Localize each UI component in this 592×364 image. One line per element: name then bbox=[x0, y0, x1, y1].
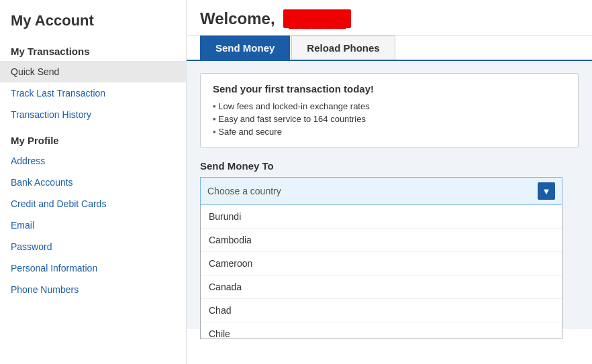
welcome-text: Welcome, bbox=[200, 9, 275, 27]
promo-box: Send your first transaction today! Low f… bbox=[200, 73, 579, 148]
country-item-chile[interactable]: Chile bbox=[201, 322, 562, 339]
sidebar-item-phone-numbers[interactable]: Phone Numbers bbox=[0, 279, 186, 300]
sidebar-item-address[interactable]: Address bbox=[0, 150, 186, 172]
promo-title: Send your first transaction today! bbox=[213, 83, 566, 95]
send-money-to-label: Send Money To bbox=[200, 160, 579, 172]
country-item-canada[interactable]: Canada bbox=[201, 276, 562, 299]
sidebar-item-transaction-history[interactable]: Transaction History bbox=[0, 104, 186, 125]
promo-item-3: Safe and secure bbox=[213, 125, 566, 138]
country-item-cambodia[interactable]: Cambodia bbox=[201, 229, 562, 252]
country-item-cameroon[interactable]: Cameroon bbox=[201, 252, 562, 276]
country-item-burundi[interactable]: Burundi bbox=[201, 205, 562, 229]
cameroon-arrow bbox=[234, 256, 301, 293]
sidebar-item-track-last-transaction[interactable]: Track Last Transaction bbox=[0, 82, 186, 104]
country-dropdown[interactable]: Choose a country ▼ bbox=[200, 177, 562, 205]
promo-item-1: Low fees and locked-in exchange rates bbox=[213, 100, 566, 113]
dropdown-placeholder: Choose a country bbox=[207, 186, 538, 196]
welcome-name: █████ bbox=[283, 9, 351, 28]
sidebar-title: My Account bbox=[0, 0, 186, 36]
country-item-chad[interactable]: Chad bbox=[201, 299, 562, 322]
promo-item-2: Easy and fast service to 164 countries bbox=[213, 113, 566, 125]
sidebar-item-quick-send[interactable]: Quick Send bbox=[0, 61, 186, 82]
sidebar-item-email[interactable]: Email bbox=[0, 215, 186, 236]
country-dropdown-list[interactable]: Burundi Cambodia Cameroon Canada Chad Ch… bbox=[200, 205, 562, 339]
sidebar-item-credit-debit-cards[interactable]: Credit and Debit Cards bbox=[0, 193, 186, 215]
main-content: Welcome, █████ Send Money Reload Phones … bbox=[187, 0, 592, 364]
tab-bar: Send Money Reload Phones bbox=[187, 36, 592, 61]
sidebar-item-bank-accounts[interactable]: Bank Accounts bbox=[0, 172, 186, 193]
sidebar-item-password[interactable]: Password bbox=[0, 236, 186, 257]
dropdown-arrow-icon[interactable]: ▼ bbox=[538, 182, 555, 200]
my-profile-heading: My Profile bbox=[0, 125, 186, 150]
sidebar: My Account My Transactions Quick Send Tr… bbox=[0, 0, 187, 364]
country-dropdown-container: Choose a country ▼ Burundi Cambodia Came… bbox=[200, 177, 562, 205]
tab-reload-phones[interactable]: Reload Phones bbox=[291, 36, 395, 60]
promo-list: Low fees and locked-in exchange rates Ea… bbox=[213, 100, 566, 138]
tab-send-money[interactable]: Send Money bbox=[200, 36, 290, 60]
tab-content: Send your first transaction today! Low f… bbox=[187, 61, 592, 329]
sidebar-item-personal-information[interactable]: Personal Information bbox=[0, 257, 186, 279]
my-transactions-heading: My Transactions bbox=[0, 36, 186, 61]
welcome-header: Welcome, █████ bbox=[187, 0, 592, 36]
svg-line-1 bbox=[246, 259, 292, 281]
